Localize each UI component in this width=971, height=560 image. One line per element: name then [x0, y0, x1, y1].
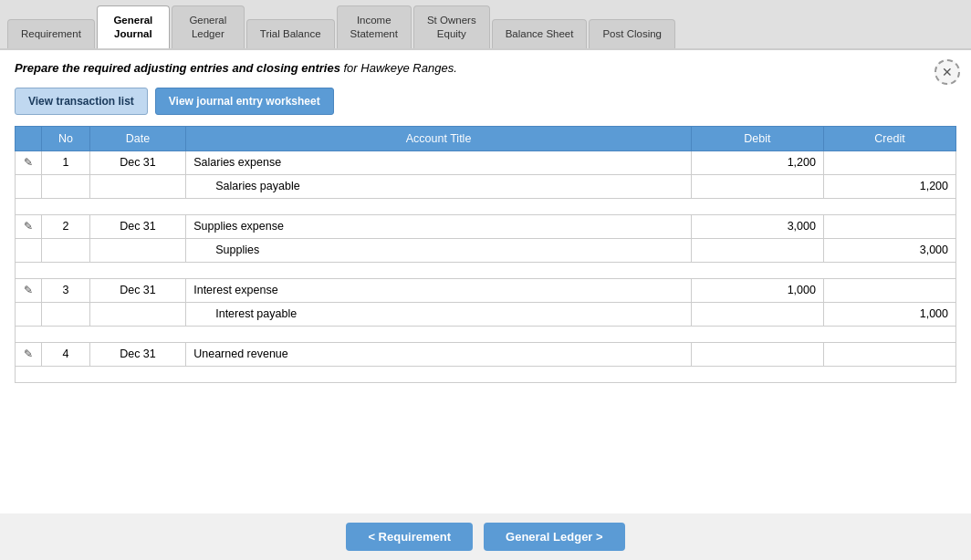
debit-value [691, 238, 823, 262]
table-row-spacer [16, 366, 956, 382]
credit-value [823, 214, 955, 238]
credit-value: 3,000 [823, 238, 955, 262]
account-name-indented: Salaries payable [186, 174, 692, 198]
entry-date: Dec 31 [89, 214, 185, 238]
pencil-cell[interactable]: ✎ [16, 278, 42, 302]
table-row-spacer [16, 326, 956, 342]
tab-income-statement[interactable]: Income Statement [337, 5, 412, 48]
debit-value [691, 302, 823, 326]
debit-value: 3,000 [691, 214, 823, 238]
date-header: Date [89, 126, 185, 150]
debit-value [691, 174, 823, 198]
tab-requirement[interactable]: Requirement [7, 19, 95, 48]
pencil-cell[interactable]: ✎ [16, 214, 42, 238]
main-container: Requirement General Journal General Ledg… [0, 0, 971, 560]
tab-st-owners-equity[interactable]: St Owners Equity [413, 5, 490, 48]
spacer-cell [16, 366, 956, 382]
view-transaction-button[interactable]: View transaction list [15, 88, 148, 115]
pencil-cell [16, 238, 42, 262]
debit-value [691, 342, 823, 366]
credit-value [823, 278, 955, 302]
bottom-nav: < Requirement General Ledger > [0, 513, 971, 560]
account-name-indented: Supplies [186, 238, 692, 262]
tab-bar: Requirement General Journal General Ledg… [0, 0, 971, 50]
spacer-cell [16, 198, 956, 214]
credit-value [823, 342, 955, 366]
credit-value: 1,200 [823, 174, 955, 198]
table-row-spacer [16, 262, 956, 278]
table-row-spacer [16, 198, 956, 214]
debit-value: 1,000 [691, 278, 823, 302]
table-row: Supplies 3,000 [16, 238, 956, 262]
close-button[interactable]: ✕ [934, 59, 960, 85]
pencil-icon: ✎ [24, 347, 33, 360]
instruction-text: Prepare the required adjusting entries a… [15, 61, 956, 75]
tab-trial-balance[interactable]: Trial Balance [246, 19, 335, 48]
spacer-cell [16, 262, 956, 278]
debit-header: Debit [691, 126, 823, 150]
account-name: Salaries expense [186, 150, 692, 174]
tab-post-closing[interactable]: Post Closing [589, 19, 675, 48]
account-name: Unearned revenue [186, 342, 692, 366]
entry-date [89, 238, 185, 262]
instruction-rest: for Hawkeye Ranges. [340, 61, 457, 75]
forward-button[interactable]: General Ledger > [484, 523, 625, 551]
content-area: ✕ Prepare the required adjusting entries… [0, 50, 971, 513]
table-row: ✎ 4 Dec 31 Unearned revenue [16, 342, 956, 366]
back-button[interactable]: < Requirement [346, 523, 473, 551]
entry-date [89, 174, 185, 198]
credit-value: 1,000 [823, 302, 955, 326]
table-row: ✎ 1 Dec 31 Salaries expense 1,200 [16, 150, 956, 174]
credit-header: Credit [823, 126, 955, 150]
pencil-header [16, 126, 42, 150]
account-name: Supplies expense [186, 214, 692, 238]
debit-value: 1,200 [691, 150, 823, 174]
account-title-header: Account Title [186, 126, 692, 150]
table-row: Interest payable 1,000 [16, 302, 956, 326]
entry-no [42, 238, 90, 262]
entry-no: 3 [42, 278, 90, 302]
entry-date: Dec 31 [89, 150, 185, 174]
entry-date [89, 302, 185, 326]
tab-balance-sheet[interactable]: Balance Sheet [492, 19, 588, 48]
entry-no: 4 [42, 342, 90, 366]
account-name-indented: Interest payable [186, 302, 692, 326]
table-row: Salaries payable 1,200 [16, 174, 956, 198]
entry-date: Dec 31 [89, 342, 185, 366]
tab-general-journal[interactable]: General Journal [97, 5, 170, 48]
pencil-icon: ✎ [24, 284, 33, 296]
entry-no [42, 174, 90, 198]
spacer-cell [16, 326, 956, 342]
button-row: View transaction list View journal entry… [15, 88, 956, 115]
pencil-cell [16, 174, 42, 198]
tab-general-ledger[interactable]: General Ledger [172, 5, 245, 48]
view-journal-button[interactable]: View journal entry worksheet [155, 88, 334, 115]
table-row: ✎ 3 Dec 31 Interest expense 1,000 [16, 278, 956, 302]
entry-no [42, 302, 90, 326]
journal-table: No Date Account Title Debit Credit ✎ 1 D… [15, 126, 956, 383]
entry-date: Dec 31 [89, 278, 185, 302]
account-name: Interest expense [186, 278, 692, 302]
table-row: ✎ 2 Dec 31 Supplies expense 3,000 [16, 214, 956, 238]
pencil-cell [16, 302, 42, 326]
pencil-cell[interactable]: ✎ [16, 342, 42, 366]
pencil-icon: ✎ [24, 220, 33, 233]
pencil-cell[interactable]: ✎ [16, 150, 42, 174]
no-header: No [42, 126, 90, 150]
entry-no: 1 [42, 150, 90, 174]
pencil-icon: ✎ [24, 156, 33, 169]
instruction-bold: Prepare the required adjusting entries a… [15, 61, 340, 75]
credit-value [823, 150, 955, 174]
entry-no: 2 [42, 214, 90, 238]
